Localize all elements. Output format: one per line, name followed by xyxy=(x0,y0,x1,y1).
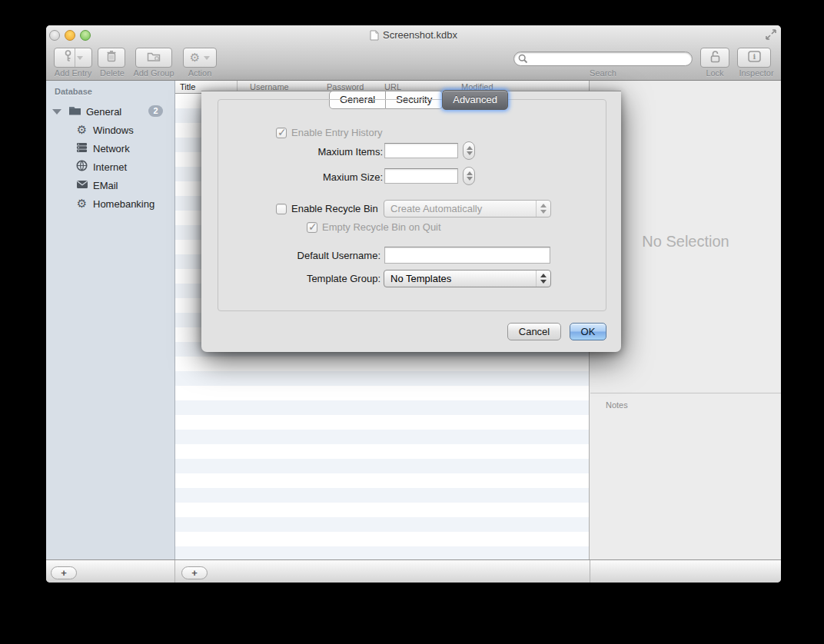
search-input[interactable] xyxy=(513,51,693,66)
template-group-label: Template Group: xyxy=(201,273,380,284)
popup-arrows-icon xyxy=(536,271,550,287)
delete-button[interactable] xyxy=(98,48,125,68)
count-badge: 2 xyxy=(148,105,163,117)
info-icon: i xyxy=(748,51,761,65)
lock-button[interactable] xyxy=(700,48,729,68)
maxium-items-stepper[interactable] xyxy=(463,141,475,160)
column-header-title[interactable]: Title xyxy=(180,82,195,91)
bottom-bar: + + xyxy=(46,559,781,583)
trash-icon xyxy=(106,50,117,65)
chevron-down-icon xyxy=(77,56,83,60)
maxium-size-stepper[interactable] xyxy=(463,167,475,185)
template-group-popup[interactable]: No Templates xyxy=(384,270,551,287)
search-label: Search xyxy=(513,68,693,78)
window-title: Screenshot.kdbx xyxy=(46,29,781,43)
enable-recycle-bin-checkbox[interactable]: Enable Recycle Bin xyxy=(276,203,378,214)
svg-text:i: i xyxy=(753,52,756,61)
sidebar-item-email[interactable]: EMail xyxy=(46,176,175,194)
sidebar-item-label: Windows xyxy=(93,124,134,136)
notes-section: Notes xyxy=(590,393,781,410)
folder-plus-icon xyxy=(147,51,161,65)
server-icon xyxy=(75,142,88,155)
add-entry-plus-button[interactable]: + xyxy=(181,566,208,579)
maxium-size-field[interactable] xyxy=(384,168,458,184)
add-entry-label: Add Entry xyxy=(46,68,100,78)
add-entry-button[interactable] xyxy=(54,48,92,68)
gear-icon: ⚙ xyxy=(75,124,88,136)
inspector-label: Inspector xyxy=(735,68,778,78)
default-username-label: Default Username: xyxy=(201,250,380,261)
empty-recycle-bin-checkbox[interactable]: Empty Recycle Bin on Quit xyxy=(307,221,441,233)
delete-label: Delete xyxy=(97,68,128,78)
maxium-items-field[interactable] xyxy=(384,143,458,158)
tab-advanced[interactable]: Advanced xyxy=(442,90,508,110)
sidebar-item-windows[interactable]: ⚙ Windows xyxy=(46,121,175,139)
lock-label: Lock xyxy=(698,68,732,78)
inspector-button[interactable]: i xyxy=(737,48,771,68)
disclosure-triangle-icon[interactable] xyxy=(52,109,61,115)
checkbox-checked-icon[interactable] xyxy=(276,128,287,138)
gear-icon: ⚙ xyxy=(75,198,88,210)
checkbox-unchecked-icon[interactable] xyxy=(276,204,287,214)
ok-button[interactable]: OK xyxy=(570,323,606,340)
sidebar-item-label: Homebanking xyxy=(93,198,154,210)
maxium-items-label: Maxium Items: xyxy=(201,146,383,158)
sidebar-item-network[interactable]: Network xyxy=(46,139,175,158)
action-label: Action xyxy=(184,68,215,78)
add-group-plus-button[interactable]: + xyxy=(51,566,77,579)
padlock-open-icon xyxy=(709,50,721,66)
window-chrome: Screenshot.kdbx ⚙ Add Entry Delet xyxy=(46,25,781,81)
globe-icon xyxy=(75,160,88,174)
enable-entry-history-checkbox[interactable]: Enable Entry History xyxy=(276,127,383,138)
search-icon xyxy=(518,53,528,67)
notes-label: Notes xyxy=(606,400,781,410)
sidebar-item-label: Network xyxy=(93,143,130,154)
gear-icon: ⚙ xyxy=(190,52,200,64)
chevron-down-icon xyxy=(204,56,210,60)
sidebar-item-general[interactable]: General 2 xyxy=(46,102,175,121)
recycle-bin-popup[interactable]: Create Automatically xyxy=(384,200,551,217)
database-settings-sheet: General Security Advanced Enable Entry H… xyxy=(201,91,621,352)
fullscreen-icon[interactable] xyxy=(765,28,777,41)
add-group-label: Add Group xyxy=(129,68,178,78)
sidebar-item-label: General xyxy=(86,106,121,118)
cancel-button[interactable]: Cancel xyxy=(507,323,561,340)
action-button[interactable]: ⚙ xyxy=(183,48,217,68)
folder-icon xyxy=(68,105,81,118)
default-username-field[interactable] xyxy=(384,247,550,264)
maxium-size-label: Maxium Size: xyxy=(201,171,383,183)
document-proxy-icon xyxy=(370,30,379,43)
sidebar-item-internet[interactable]: Internet xyxy=(46,158,175,176)
sidebar-item-label: EMail xyxy=(93,180,118,191)
sidebar-item-homebanking[interactable]: ⚙ Homebanking xyxy=(46,194,175,213)
popup-arrows-icon xyxy=(536,201,550,217)
app-window: Screenshot.kdbx ⚙ Add Entry Delet xyxy=(46,25,781,583)
sidebar-header-database: Database xyxy=(55,87,92,96)
envelope-icon xyxy=(75,180,88,191)
sidebar-item-label: Internet xyxy=(93,161,127,173)
add-group-button[interactable] xyxy=(135,48,172,68)
key-icon xyxy=(63,50,73,65)
checkbox-checked-icon[interactable] xyxy=(307,222,317,233)
sidebar: Database General 2 ⚙ Windows Network Int… xyxy=(46,81,175,559)
